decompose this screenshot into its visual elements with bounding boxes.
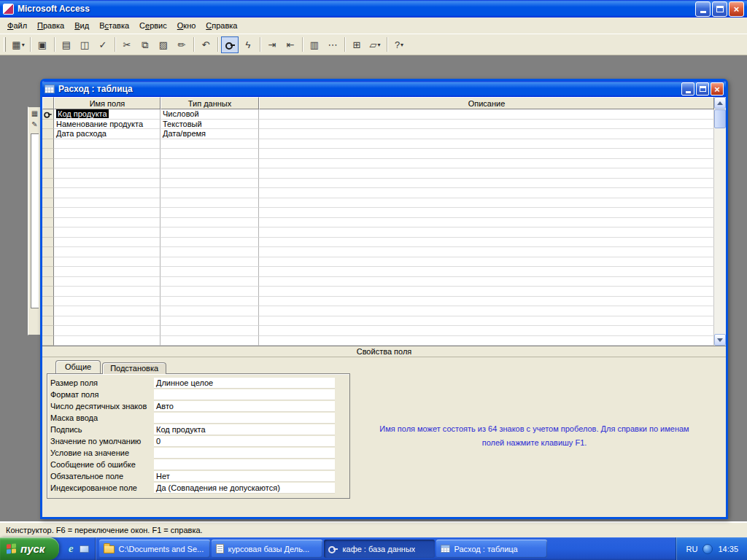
description-cell[interactable] <box>259 316 714 327</box>
minimize-button[interactable] <box>695 1 711 17</box>
field-name-cell[interactable] <box>54 326 160 336</box>
field-name-cell[interactable] <box>54 208 160 218</box>
menu-view[interactable]: Вид <box>69 18 94 33</box>
description-cell[interactable] <box>259 139 714 149</box>
field-name-cell[interactable] <box>54 287 160 297</box>
property-value[interactable]: 0 <box>154 436 335 447</box>
description-cell[interactable] <box>259 257 714 268</box>
data-type-cell[interactable]: Текстовый <box>160 120 259 130</box>
help-button[interactable]: ?▾ <box>390 36 408 53</box>
save-button[interactable]: ▣ <box>34 36 51 53</box>
description-cell[interactable] <box>259 159 714 169</box>
field-name-cell[interactable] <box>54 228 160 238</box>
field-name-cell[interactable] <box>54 149 160 159</box>
column-header-field-name[interactable]: Имя поля <box>54 97 160 109</box>
database-window-button[interactable]: ⊞ <box>348 36 365 53</box>
field-name-cell[interactable] <box>54 168 160 179</box>
description-cell[interactable] <box>259 208 714 218</box>
delete-rows-button[interactable]: ⇤ <box>282 36 299 53</box>
show-desktop-icon[interactable] <box>80 545 89 553</box>
row-selector[interactable] <box>42 247 54 257</box>
taskbar-button[interactable]: C:\Documents and Se... <box>99 540 210 558</box>
data-type-cell[interactable] <box>160 277 259 287</box>
undo-button[interactable]: ↶ <box>197 36 214 53</box>
child-close-button[interactable]: × <box>711 82 724 96</box>
field-name-cell[interactable] <box>54 139 160 149</box>
field-name-cell[interactable] <box>54 247 160 257</box>
properties-button[interactable]: ▥ <box>306 36 323 53</box>
internet-explorer-icon[interactable]: e <box>65 543 77 555</box>
field-name-cell[interactable] <box>54 336 160 346</box>
field-name-cell[interactable] <box>54 257 160 268</box>
data-type-cell[interactable] <box>160 198 259 209</box>
tab-lookup[interactable]: Подстановка <box>102 362 166 374</box>
row-selector[interactable] <box>42 228 54 238</box>
field-name-cell[interactable] <box>54 198 160 209</box>
property-value[interactable]: Да (Совпадения не допускаются) <box>154 483 335 494</box>
row-selector[interactable] <box>42 149 54 159</box>
taskbar-button[interactable]: курсовая базы Дель... <box>212 540 322 558</box>
property-value[interactable] <box>154 459 335 470</box>
field-name-cell[interactable] <box>54 277 160 287</box>
field-name-cell[interactable] <box>54 297 160 307</box>
data-type-cell[interactable] <box>160 326 259 336</box>
language-indicator[interactable]: RU <box>686 545 698 553</box>
child-minimize-button[interactable] <box>681 82 694 96</box>
paste-button[interactable]: ▨ <box>155 36 172 53</box>
data-type-cell[interactable] <box>160 257 259 268</box>
field-name-cell[interactable] <box>54 179 160 189</box>
row-selector[interactable] <box>42 238 54 248</box>
description-cell[interactable] <box>259 287 714 297</box>
maximize-button[interactable] <box>712 1 727 17</box>
row-selector[interactable] <box>42 188 54 198</box>
property-value[interactable]: Код продукта <box>154 424 335 435</box>
data-type-cell[interactable] <box>160 139 259 149</box>
build-button[interactable]: ⋯ <box>324 36 341 53</box>
taskbar-button[interactable]: кафе : база данных <box>324 540 435 558</box>
primary-key-button[interactable] <box>221 36 239 53</box>
data-type-cell[interactable] <box>160 287 259 297</box>
child-maximize-button[interactable] <box>696 82 709 96</box>
data-type-cell[interactable]: Числовой <box>160 109 259 120</box>
field-name-cell[interactable]: Наменование продукта <box>54 120 160 130</box>
menu-edit[interactable]: Правка <box>32 18 69 33</box>
menu-file[interactable]: Файл <box>2 18 32 33</box>
data-type-cell[interactable] <box>160 238 259 248</box>
data-type-cell[interactable]: Дата/время <box>160 129 259 139</box>
description-cell[interactable] <box>259 120 714 130</box>
start-button[interactable]: пуск <box>0 537 59 560</box>
field-name-cell[interactable] <box>54 306 160 316</box>
tray-icon[interactable] <box>703 544 713 554</box>
field-name-cell[interactable] <box>54 159 160 169</box>
background-toolbar-icon[interactable]: ▦ <box>29 109 40 120</box>
background-toolbar-icon[interactable]: ✎ <box>29 120 40 131</box>
row-selector[interactable] <box>42 179 54 189</box>
row-selector[interactable] <box>42 139 54 149</box>
row-selector[interactable] <box>42 208 54 218</box>
description-cell[interactable] <box>259 129 714 139</box>
field-name-cell[interactable]: Код продукта <box>54 109 160 120</box>
copy-button[interactable]: ⧉ <box>136 36 154 53</box>
data-type-cell[interactable] <box>160 168 259 179</box>
menu-window[interactable]: Окно <box>172 18 201 33</box>
description-cell[interactable] <box>259 109 714 120</box>
property-value[interactable]: Длинное целое <box>154 378 335 389</box>
print-preview-button[interactable]: ◫ <box>76 36 93 53</box>
description-cell[interactable] <box>259 326 714 336</box>
description-cell[interactable] <box>259 277 714 287</box>
description-cell[interactable] <box>259 238 714 248</box>
row-selector[interactable] <box>42 109 54 120</box>
data-type-cell[interactable] <box>160 188 259 198</box>
property-value[interactable]: Авто <box>154 401 335 412</box>
field-name-cell[interactable] <box>54 218 160 228</box>
description-cell[interactable] <box>259 297 714 307</box>
description-cell[interactable] <box>259 198 714 209</box>
description-cell[interactable] <box>259 336 714 346</box>
description-cell[interactable] <box>259 247 714 257</box>
cut-button[interactable]: ✂ <box>118 36 136 53</box>
row-selector[interactable] <box>42 120 54 130</box>
field-name-cell[interactable] <box>54 267 160 277</box>
data-type-cell[interactable] <box>160 297 259 307</box>
row-selector[interactable] <box>42 287 54 297</box>
row-selector[interactable] <box>42 316 54 327</box>
